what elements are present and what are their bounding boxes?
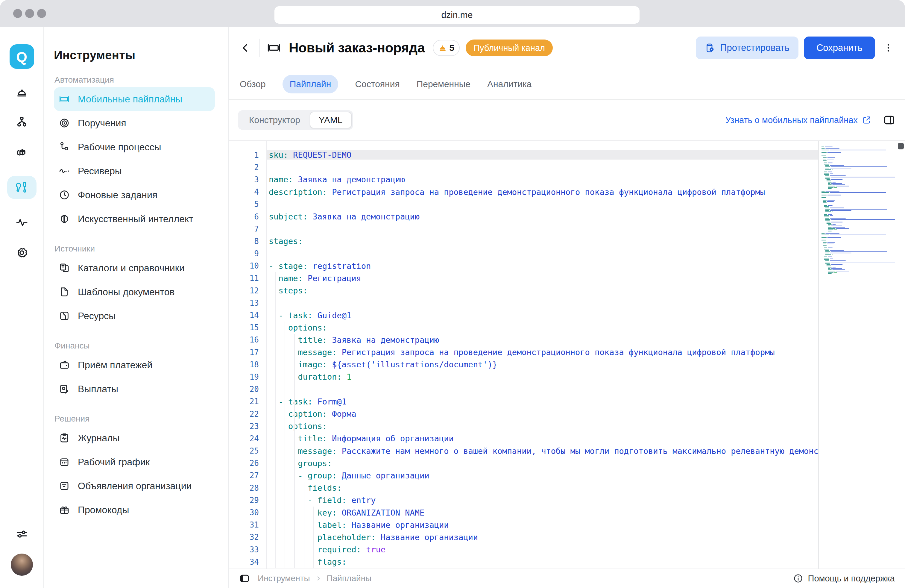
segment-yaml[interactable]: YAML	[310, 112, 351, 129]
panel-toggle-icon[interactable]	[883, 114, 895, 126]
gear-icon[interactable]	[15, 246, 29, 259]
code-line[interactable]: 14 - task: Guide@1	[229, 309, 905, 321]
save-button[interactable]: Сохранить	[804, 37, 875, 59]
sidebar-toggle-icon[interactable]	[239, 573, 250, 584]
sidebar-item[interactable]: Рабочие процессы	[54, 135, 215, 159]
tab-bar: ОбзорПайплайнСостоянияПеременныеАналитик…	[229, 69, 905, 100]
code-line[interactable]: 29 - field: entry	[229, 494, 905, 506]
code-line[interactable]: 9	[229, 248, 905, 260]
line-content: options:	[266, 323, 818, 332]
test-button[interactable]: Протестировать	[696, 37, 799, 59]
code-line[interactable]: 33 required: true	[229, 544, 905, 556]
code-line[interactable]: 24 title: Информация об организации	[229, 432, 905, 445]
pipeline-icon	[267, 41, 281, 55]
code-line[interactable]: 12 steps:	[229, 284, 905, 297]
hierarchy-icon[interactable]	[15, 115, 29, 129]
window-zoom-button[interactable]	[37, 9, 46, 18]
code-line[interactable]: 18 image: ${asset('illustrations/documen…	[229, 358, 905, 371]
yaml-editor[interactable]: 1sku: REQUEST-DEMO23name: Заявка на демо…	[229, 141, 905, 569]
gift-icon	[59, 504, 70, 516]
window-controls[interactable]	[13, 9, 46, 18]
breadcrumb-item[interactable]: Инструменты	[258, 574, 310, 583]
pulse-icon[interactable]	[15, 216, 29, 229]
code-line[interactable]: 8stages:	[229, 235, 905, 247]
bell-count-badge[interactable]: 5	[433, 40, 460, 56]
sidebar-item[interactable]: Приём платежей	[54, 353, 215, 377]
tab-2[interactable]: Пайплайн	[283, 75, 338, 94]
app-logo[interactable]: Q	[10, 44, 34, 69]
code-line[interactable]: 17 message: Регистрация запроса на прове…	[229, 346, 905, 358]
help-link[interactable]: Помощь и поддержка	[808, 574, 895, 583]
more-menu-button[interactable]	[882, 39, 895, 57]
sidebar-item[interactable]: Ресурсы	[54, 304, 215, 328]
code-line[interactable]: 15 options:	[229, 321, 905, 334]
code-line[interactable]: 20	[229, 383, 905, 396]
code-area-border	[818, 141, 819, 569]
code-line[interactable]: 2	[229, 161, 905, 173]
sidebar-item[interactable]: Фоновые задания	[54, 183, 215, 207]
sidebar-item-label: Ресурсы	[78, 310, 116, 321]
code-line[interactable]: 13	[229, 297, 905, 309]
breadcrumb-item[interactable]: Пайплайны	[327, 574, 372, 583]
sidebar-item-label: Рабочие процессы	[78, 141, 161, 153]
back-button[interactable]	[240, 41, 253, 54]
tab-1[interactable]: Обзор	[240, 79, 266, 89]
sidebar-item[interactable]: Выплаты	[54, 377, 215, 401]
packages-icon[interactable]	[15, 146, 29, 159]
test-button-label: Протестировать	[720, 43, 789, 53]
sliders-icon[interactable]	[15, 527, 29, 541]
sidebar-item[interactable]: Промокоды	[54, 498, 215, 522]
tab-3[interactable]: Состояния	[355, 79, 400, 89]
window-minimize-button[interactable]	[25, 9, 34, 18]
sidebar-item[interactable]: Каталоги и справочники	[54, 256, 215, 280]
docs-link[interactable]: Узнать о мобильных пайплайнах	[726, 115, 858, 125]
code-line[interactable]: 6subject: Заявка на демонстрацию	[229, 210, 905, 223]
code-line[interactable]: 5	[229, 198, 905, 210]
code-line[interactable]: 26 groups:	[229, 457, 905, 469]
external-link-icon[interactable]	[862, 115, 872, 125]
tab-5[interactable]: Аналитика	[487, 79, 532, 89]
code-line[interactable]: 28 fields:	[229, 482, 905, 494]
sidebar-item[interactable]: Рабочий график	[54, 450, 215, 474]
code-line[interactable]: 4description: Регистрация запроса на про…	[229, 186, 905, 198]
user-avatar[interactable]	[11, 553, 33, 576]
code-line[interactable]: 31 label: Название организации	[229, 519, 905, 531]
sidebar-item[interactable]: Журналы	[54, 426, 215, 450]
rail-item-active[interactable]	[7, 176, 37, 199]
code-line[interactable]: 10- stage: registration	[229, 260, 905, 272]
sidebar-item[interactable]: Ресиверы	[54, 159, 215, 183]
code-line[interactable]: 3name: Заявка на демонстрацию	[229, 173, 905, 186]
code-line[interactable]: 27 - group: Данные организации	[229, 469, 905, 482]
tab-4[interactable]: Переменные	[417, 79, 470, 89]
code-line[interactable]: 16 title: Заявка на демонстрацию	[229, 334, 905, 346]
concierge-bell-icon[interactable]	[15, 85, 29, 99]
sidebar-item[interactable]: Поручения	[54, 111, 215, 135]
editor-scrollbar-thumb[interactable]	[898, 143, 904, 149]
code-line[interactable]: 1sku: REQUEST-DEMO	[229, 149, 905, 161]
code-line[interactable]: 11 name: Регистрация	[229, 272, 905, 284]
code-line[interactable]: 7	[229, 223, 905, 235]
code-line[interactable]: 23 options:	[229, 420, 905, 432]
editor-minimap[interactable]	[821, 145, 897, 275]
line-number: 20	[229, 385, 266, 394]
address-bar[interactable]: dzin.me	[275, 6, 640, 24]
line-content: placeholder: Название организации	[266, 532, 818, 542]
sidebar-item[interactable]: Шаблоны документов	[54, 280, 215, 304]
info-icon	[793, 573, 803, 583]
line-content: label: Название организации	[266, 520, 818, 530]
code-line[interactable]: 32 placeholder: Название организации	[229, 531, 905, 544]
window-close-button[interactable]	[13, 9, 22, 18]
browser-chrome: dzin.me	[0, 0, 905, 27]
sidebar-item[interactable]: Мобильные пайплайны	[54, 87, 215, 111]
sidebar-item[interactable]: Искусственный интеллект	[54, 207, 215, 231]
code-line[interactable]: 19 duration: 1	[229, 371, 905, 383]
line-content: required: true	[266, 545, 818, 554]
code-line[interactable]: 25 message: Расскажите нам немного о ваш…	[229, 445, 905, 457]
app-body: Q Инструменты АвтоматизацияМобильные пай…	[0, 27, 905, 588]
code-line[interactable]: 21 - task: Form@1	[229, 396, 905, 408]
code-line[interactable]: 22 caption: Форма	[229, 408, 905, 420]
code-line[interactable]: 34 flags:	[229, 556, 905, 568]
sidebar-item[interactable]: Объявления организации	[54, 474, 215, 498]
code-line[interactable]: 30 key: ORGANIZATION_NAME	[229, 506, 905, 518]
segment-конструктор[interactable]: Конструктор	[240, 112, 310, 129]
